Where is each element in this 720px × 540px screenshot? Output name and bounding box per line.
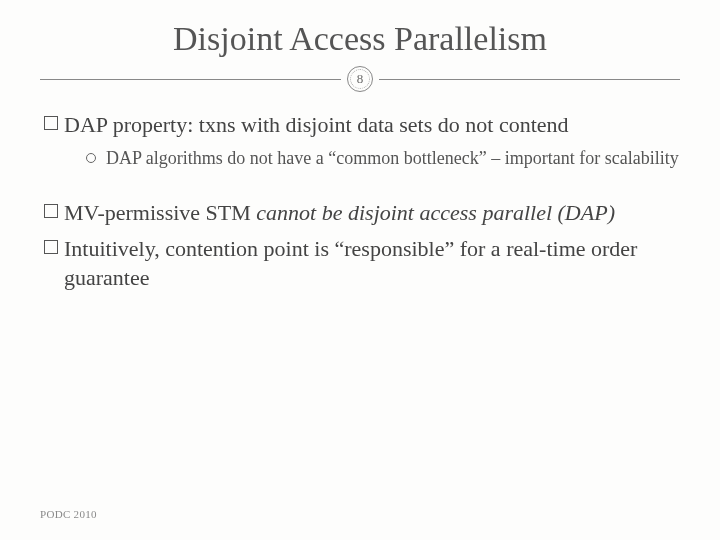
bullet-text-italic: cannot be disjoint access parallel (DAP)	[256, 200, 615, 225]
divider-line-right	[379, 79, 680, 80]
bullet-text: Intuitively, contention point is “respon…	[64, 234, 680, 293]
bullet-item: DAP property: txns with disjoint data se…	[44, 110, 680, 140]
bullet-text-plain: MV-permissive STM	[64, 200, 256, 225]
circle-bullet-icon	[86, 153, 96, 163]
slide: Disjoint Access Parallelism 8 DAP proper…	[0, 0, 720, 540]
bullet-text: MV-permissive STM cannot be disjoint acc…	[64, 198, 615, 228]
sub-bullet-text: DAP algorithms do not have a “common bot…	[106, 146, 679, 170]
divider-line-left	[40, 79, 341, 80]
bullet-item: Intuitively, contention point is “respon…	[44, 234, 680, 293]
bullet-text: DAP property: txns with disjoint data se…	[64, 110, 569, 140]
square-bullet-icon	[44, 240, 58, 254]
bullet-item: MV-permissive STM cannot be disjoint acc…	[44, 198, 680, 228]
square-bullet-icon	[44, 204, 58, 218]
page-number: 8	[357, 71, 364, 87]
title-divider: 8	[40, 66, 680, 92]
slide-title: Disjoint Access Parallelism	[40, 20, 680, 58]
sub-bullet-item: DAP algorithms do not have a “common bot…	[86, 146, 680, 170]
content-area: DAP property: txns with disjoint data se…	[40, 110, 680, 293]
page-number-badge: 8	[347, 66, 373, 92]
footer-text: PODC 2010	[40, 508, 97, 520]
square-bullet-icon	[44, 116, 58, 130]
